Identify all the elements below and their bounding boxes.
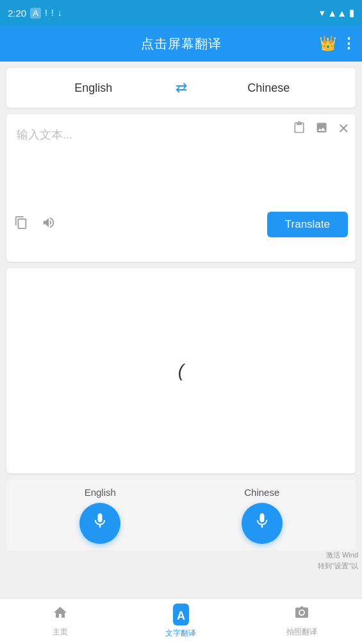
notification-icon-1: ! — [45, 8, 47, 18]
time-display: 2:20 — [8, 8, 26, 19]
more-menu-icon[interactable]: ⋮ — [341, 35, 356, 52]
target-mic-icon — [253, 512, 271, 534]
nav-item-photo-translate[interactable]: 拍照翻译 — [242, 605, 362, 638]
target-voice-item: Chinese — [242, 487, 283, 544]
windows-watermark: 激活 Wind 转到"设置"以 — [314, 547, 362, 573]
photo-translate-icon — [294, 605, 309, 624]
status-time: 2:20 A ! ! ↓ — [8, 8, 62, 19]
app-bar-actions: 👑 ⋮ — [319, 35, 356, 52]
input-area: ✕ 输入文本... Translate — [6, 114, 356, 262]
source-mic-button[interactable] — [79, 503, 120, 544]
nav-item-home[interactable]: 主页 — [0, 605, 120, 638]
input-toolbar: ✕ — [293, 121, 349, 137]
image-icon[interactable] — [315, 121, 329, 137]
voice-bar: English Chinese — [6, 480, 356, 550]
watermark-line1: 激活 Wind — [318, 550, 358, 561]
source-language-button[interactable]: English — [22, 81, 165, 95]
target-language-button[interactable]: Chinese — [197, 81, 341, 95]
notification-icon-2: ! — [51, 8, 54, 18]
status-icons: ▾ ▲▲ ▮ — [320, 7, 354, 19]
output-area: ( — [6, 268, 356, 473]
nav-label-text-translate: 文字翻译 — [165, 628, 196, 639]
translate-button[interactable]: Translate — [267, 212, 348, 237]
battery-icon: ▮ — [349, 7, 354, 19]
source-voice-label: English — [85, 487, 116, 498]
wifi-icon: ▾ — [320, 7, 325, 19]
bottom-nav: 主页 A 文字翻译 拍照翻译 — [0, 598, 362, 644]
app-title: 点击屏幕翻译 — [141, 35, 222, 53]
close-icon[interactable]: ✕ — [338, 121, 349, 137]
nav-label-home: 主页 — [53, 627, 68, 638]
nav-label-photo-translate: 拍照翻译 — [286, 627, 317, 638]
text-translate-icon: A — [173, 604, 189, 625]
notification-icon-a: A — [30, 8, 41, 19]
copy-icon[interactable] — [14, 216, 28, 233]
status-bar: 2:20 A ! ! ↓ ▾ ▲▲ ▮ — [0, 0, 362, 26]
download-icon: ↓ — [58, 8, 62, 18]
app-bar: 点击屏幕翻译 👑 ⋮ — [0, 26, 362, 62]
input-bottom-left — [14, 216, 56, 233]
watermark-line2: 转到"设置"以 — [318, 561, 358, 572]
nav-item-text-translate[interactable]: A 文字翻译 — [120, 604, 241, 639]
paste-icon[interactable] — [293, 121, 306, 137]
target-voice-label: Chinese — [244, 487, 279, 498]
speak-icon[interactable] — [41, 216, 56, 233]
signal-icon: ▲▲ — [327, 8, 347, 19]
swap-language-button[interactable]: ⇄ — [165, 80, 197, 96]
home-icon — [53, 605, 68, 624]
target-mic-button[interactable] — [242, 503, 283, 544]
language-bar: English ⇄ Chinese — [6, 68, 356, 108]
source-mic-icon — [91, 512, 109, 534]
source-voice-item: English — [79, 487, 120, 544]
loading-spinner: ( — [178, 360, 184, 381]
input-bottom-bar: Translate — [14, 212, 348, 237]
crown-icon[interactable]: 👑 — [319, 35, 336, 52]
